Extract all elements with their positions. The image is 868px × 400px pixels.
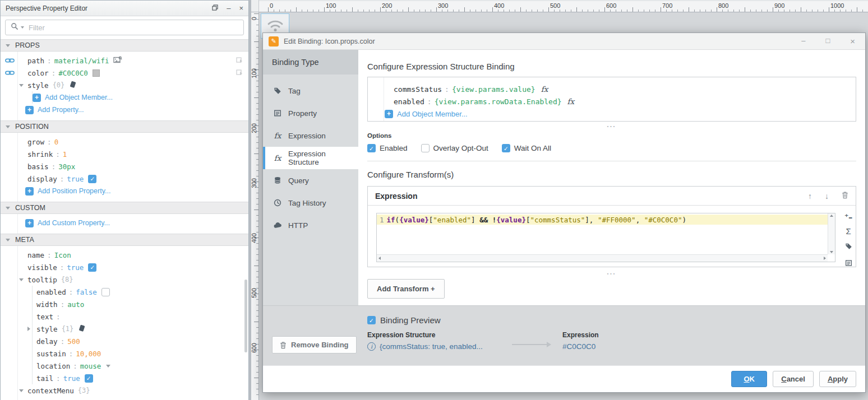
property-row-tooltip-style[interactable]: style {1}	[1, 323, 248, 335]
expression-structure-members[interactable]: commsStatus:{view.params.value} fx enabl…	[367, 77, 856, 122]
properties-browser-icon[interactable]	[845, 259, 852, 269]
add-custom-property-button[interactable]: + Add Custom Property...	[1, 217, 248, 229]
apply-button[interactable]: Apply	[819, 371, 856, 387]
property-row-shrink[interactable]: shrink:1	[1, 148, 248, 160]
collapse-icon[interactable]	[6, 239, 10, 241]
option-wait-on-all[interactable]: Wait On All	[502, 144, 551, 152]
collapse-icon[interactable]	[6, 207, 10, 210]
filter-input[interactable]: Filter	[5, 20, 244, 35]
member-row-commsstatus[interactable]: commsStatus:{view.params.value} fx	[394, 83, 856, 95]
resize-handle-icon[interactable]: ▪▪▪	[367, 272, 856, 276]
dropdown-caret-icon[interactable]	[106, 365, 110, 368]
property-value[interactable]: 10,000	[76, 350, 101, 358]
property-row-tooltip-enabled[interactable]: enabled:false	[1, 286, 248, 298]
expression-code-editor[interactable]: 1if({value}["enabled"] && !{value}["comm…	[376, 213, 835, 262]
info-icon[interactable]: i	[367, 342, 376, 351]
binding-type-http[interactable]: HTTP	[263, 214, 358, 236]
minimize-icon[interactable]: –	[227, 4, 230, 12]
property-row-tooltip-delay[interactable]: delay:500	[1, 335, 248, 347]
checkbox-unchecked[interactable]	[421, 144, 430, 152]
property-row-display[interactable]: display:true	[1, 173, 248, 185]
expand-icon[interactable]	[19, 278, 24, 281]
collapse-icon[interactable]	[6, 44, 10, 47]
property-value[interactable]: material/wifi	[54, 57, 109, 65]
dialog-titlebar[interactable]: ✎ Edit Binding: Icon.props.color – □ ×	[263, 33, 865, 50]
checkbox-checked[interactable]	[88, 175, 96, 183]
property-value[interactable]: true	[63, 374, 80, 383]
checkbox-checked[interactable]	[502, 144, 510, 152]
binding-preview-toggle[interactable]: Binding Preview	[367, 315, 865, 325]
property-row-visible[interactable]: visible:true	[1, 261, 248, 273]
collapse-icon[interactable]	[6, 125, 10, 128]
property-row-grow[interactable]: grow:0	[1, 136, 248, 148]
property-value[interactable]: 500	[67, 337, 80, 346]
resize-handle-icon[interactable]: ▪▪▪	[367, 124, 856, 128]
tag-browser-icon[interactable]	[845, 242, 852, 252]
panel-titlebar[interactable]: Perspective Property Editor – ×	[1, 1, 248, 16]
minimize-icon[interactable]: –	[801, 36, 805, 46]
vertical-scrollbar[interactable]	[828, 213, 835, 254]
maximize-icon[interactable]: □	[825, 36, 830, 46]
close-icon[interactable]: ×	[239, 4, 243, 12]
option-overlay-opt-out[interactable]: Overlay Opt-Out	[421, 144, 488, 152]
property-value[interactable]: 30px	[58, 162, 75, 171]
property-value[interactable]: Icon	[54, 251, 71, 259]
checkbox-checked[interactable]	[367, 316, 376, 324]
scroll-up-icon[interactable]	[830, 215, 833, 217]
delete-transform-icon[interactable]	[842, 191, 848, 201]
binding-type-query[interactable]: Query	[263, 169, 358, 192]
property-row-tooltip-text[interactable]: text:	[1, 310, 248, 323]
checkbox-unchecked[interactable]	[101, 288, 110, 296]
property-row-tooltip-sustain[interactable]: sustain:10,000	[1, 347, 248, 360]
close-icon[interactable]: ×	[850, 36, 855, 46]
section-header-position[interactable]: POSITION	[1, 120, 248, 133]
member-value[interactable]: {view.params.rowData.Enabled}	[435, 97, 562, 106]
add-position-property-button[interactable]: + Add Position Property...	[1, 185, 248, 197]
remove-binding-button[interactable]: Remove Binding	[272, 336, 357, 354]
binding-indicator-icon[interactable]	[236, 69, 243, 77]
cancel-button[interactable]: Cancel	[773, 371, 814, 387]
section-header-meta[interactable]: META	[1, 234, 248, 246]
property-value[interactable]: false	[76, 288, 97, 296]
add-transform-button[interactable]: Add Transform +	[367, 279, 445, 299]
color-swatch[interactable]	[93, 69, 100, 77]
property-row-tooltip-location[interactable]: location:mouse	[1, 360, 248, 372]
add-object-member-button[interactable]: + Add Object Member...	[1, 91, 248, 104]
property-value[interactable]: #C0C0C0	[58, 69, 88, 77]
binding-type-tag-history[interactable]: Tag History	[263, 192, 358, 214]
property-row-path[interactable]: path:material/wifi	[1, 54, 248, 67]
property-row-tooltip-tail[interactable]: tail:true	[1, 372, 248, 384]
binding-type-property[interactable]: Property	[263, 102, 358, 124]
scroll-right-icon[interactable]	[824, 257, 826, 260]
scroll-down-icon[interactable]	[830, 251, 833, 253]
checkbox-checked[interactable]	[367, 144, 376, 152]
property-value[interactable]: true	[67, 263, 84, 272]
property-value[interactable]: 0	[54, 138, 59, 146]
property-value[interactable]: true	[67, 175, 84, 183]
property-row-tooltip[interactable]: tooltip {8}	[1, 273, 248, 286]
section-header-props[interactable]: PROPS	[1, 39, 248, 52]
option-enabled[interactable]: Enabled	[367, 144, 408, 152]
binding-link-icon[interactable]	[5, 57, 15, 66]
horizontal-scrollbar[interactable]	[377, 254, 828, 262]
binding-indicator-icon[interactable]	[236, 57, 243, 65]
style-classes-icon[interactable]	[78, 324, 86, 334]
binding-type-expression-structure[interactable]: fx Expression Structure	[263, 147, 358, 169]
ok-button[interactable]: OK	[731, 371, 767, 387]
add-object-member-button[interactable]: + Add Object Member...	[385, 108, 856, 120]
float-window-icon[interactable]	[212, 4, 218, 12]
fx-icon[interactable]: fx	[567, 97, 575, 106]
property-row-name[interactable]: name:Icon	[1, 249, 248, 261]
checkbox-checked[interactable]	[85, 374, 93, 383]
binding-type-tag[interactable]: Tag	[263, 80, 358, 102]
expand-icon[interactable]	[19, 389, 24, 392]
move-up-icon[interactable]: ↑	[808, 192, 812, 201]
panel-scrollbar[interactable]	[244, 280, 247, 352]
member-row-enabled[interactable]: enabled:{view.params.rowData.Enabled} fx	[394, 95, 856, 108]
binding-link-icon[interactable]	[5, 69, 15, 78]
property-value[interactable]: mouse	[80, 362, 101, 370]
move-down-icon[interactable]: ↓	[825, 192, 829, 201]
property-row-color[interactable]: color:#C0C0C0	[1, 67, 248, 79]
image-search-icon[interactable]	[113, 56, 122, 66]
functions-icon[interactable]: Σ	[846, 227, 851, 235]
